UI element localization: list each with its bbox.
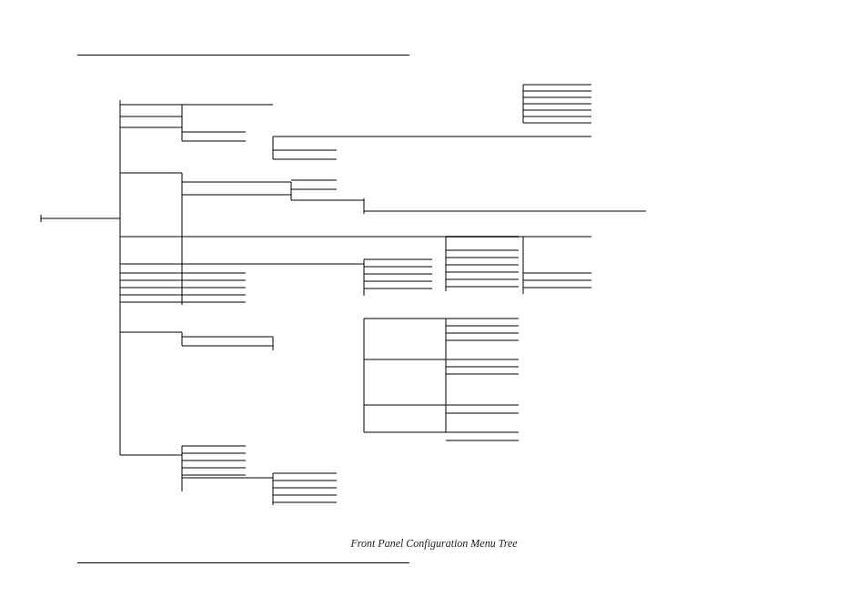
figure-caption: Front Panel Configuration Menu Tree xyxy=(0,537,868,551)
footer-rule xyxy=(77,562,409,563)
page: Front Panel Configuration Menu Tree xyxy=(0,0,868,597)
menu-tree-diagram xyxy=(0,0,868,597)
